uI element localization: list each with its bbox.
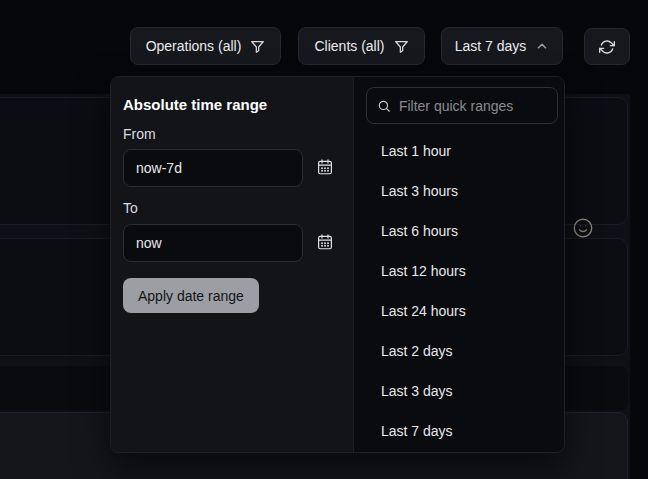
to-calendar-button[interactable] [313,231,337,255]
quick-range-option[interactable]: Last 1 hour [354,131,565,171]
app-stage: ations in last 7 days ays Operations (al… [0,0,648,479]
chevron-up-icon [535,39,549,53]
time-picker-dropdown: Absolute time range From To [110,76,565,453]
refresh-button[interactable] [584,28,630,65]
refresh-icon [599,39,615,55]
quick-ranges-panel: Last 1 hour Last 3 hours Last 6 hours La… [353,77,564,452]
quick-ranges-list: Last 1 hour Last 3 hours Last 6 hours La… [354,131,565,451]
from-input[interactable] [123,149,303,187]
quick-range-option[interactable]: Last 12 hours [354,251,565,291]
apply-date-range-button[interactable]: Apply date range [123,278,259,313]
absolute-time-range-title: Absolute time range [123,96,267,113]
quick-range-option[interactable]: Last 3 hours [354,171,565,211]
operations-filter-label: Operations (all) [146,38,242,54]
time-range-label: Last 7 days [455,38,527,54]
to-label: To [123,200,138,216]
operations-filter-button[interactable]: Operations (all) [130,27,281,65]
to-input[interactable] [123,224,303,262]
search-icon [377,99,391,113]
clients-filter-label: Clients (all) [314,38,384,54]
quick-range-option[interactable]: Last 24 hours [354,291,565,331]
quick-range-option[interactable]: Last 7 days [354,411,565,451]
calendar-icon [316,233,334,254]
quick-ranges-filter-input[interactable] [399,98,547,114]
funnel-icon [394,39,409,54]
quick-range-option[interactable]: Last 6 hours [354,211,565,251]
clients-filter-button[interactable]: Clients (all) [298,27,425,65]
absolute-time-range-panel: Absolute time range From To [111,77,353,452]
quick-range-option[interactable]: Last 3 days [354,371,565,411]
from-calendar-button[interactable] [313,156,337,180]
quick-ranges-search[interactable] [366,87,558,124]
from-label: From [123,126,156,142]
funnel-icon [250,39,265,54]
calendar-icon [316,158,334,179]
quick-range-option[interactable]: Last 2 days [354,331,565,371]
time-range-button[interactable]: Last 7 days [441,27,563,65]
